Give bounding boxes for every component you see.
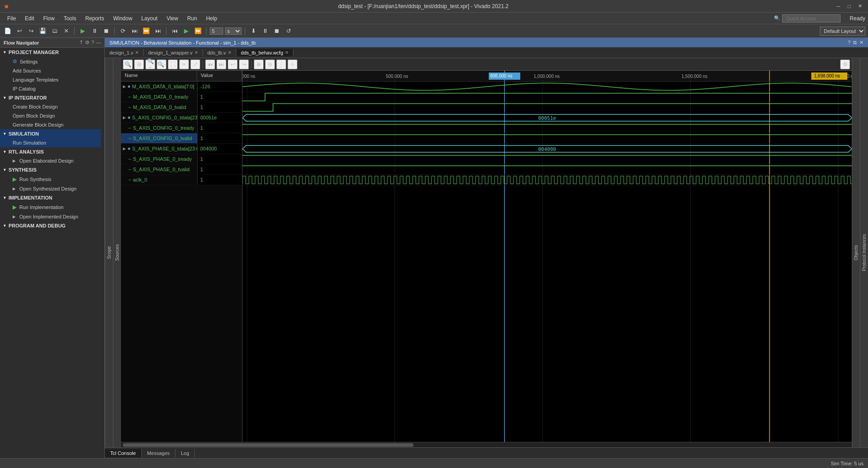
tab-messages[interactable]: Messages [142,449,175,457]
menu-tools[interactable]: Tools [59,14,81,23]
wave-search-btn[interactable]: 🔍 [123,59,133,69]
pause2-btn[interactable]: ⏸ [260,26,270,36]
signal-row[interactable]: ─ M_AXIS_DATA_0_tvalid 1 [121,102,242,113]
save-all-btn[interactable]: 🗂 [49,26,59,36]
nav-open-synthesized-design[interactable]: ▶ Open Synthesized Design [0,184,101,193]
download-btn[interactable]: ⬇ [248,26,258,36]
nav-run-synthesis[interactable]: ▶ Run Synthesis [0,174,101,184]
close3-icon[interactable]: ✕ [859,40,864,45]
wave-cursor-btn[interactable]: ⊹ [288,59,297,69]
signal-row[interactable]: ▶ ■ M_AXIS_DATA_0_tdata[7:0] -126 [121,82,242,92]
section-program-debug[interactable]: ▼ PROGRAM AND DEBUG [0,221,101,230]
tab-close-icon[interactable]: ✕ [135,50,139,55]
reset-btn[interactable]: ↺ [283,26,293,36]
signal-row[interactable]: ─ S_AXIS_PHASE_0_tvalid 1 [121,164,242,175]
run-all-btn[interactable]: ⏩ [141,26,151,36]
quick-access-input[interactable] [782,14,841,23]
nav-create-block-design[interactable]: Create Block Design [0,102,101,111]
layout-select[interactable]: Default Layout [820,27,865,36]
minimize-button[interactable]: ─ [835,3,842,10]
nav-open-elaborated-design[interactable]: ▶ Open Elaborated Design [0,156,101,165]
section-rtl-analysis[interactable]: ▼ RTL ANALYSIS [0,147,101,156]
nav-settings[interactable]: ⚙ Settings [0,57,101,66]
stop2-btn[interactable]: ⏹ [272,26,282,36]
wave-next-btn[interactable]: ↪ [239,59,249,69]
signal-row[interactable]: ─ S_AXIS_PHASE_0_tready 1 [121,154,242,164]
tab-design1wrv[interactable]: design_1_wrapper.v ✕ [144,49,202,56]
nav-open-block-design[interactable]: Open Block Design [0,111,101,120]
menu-reports[interactable]: Reports [81,14,108,23]
wave-expand-btn[interactable]: ⤢ [190,59,200,69]
run-t-btn[interactable]: ⏭ [153,26,163,36]
float-icon[interactable]: ⧉ [853,40,857,45]
menu-view[interactable]: View [162,14,183,23]
wave-add-marker-btn[interactable]: ⊕ [254,59,264,69]
step-btn[interactable]: ⏭ [130,26,139,36]
wave-zoomfit-btn[interactable]: ⛶ [168,59,178,69]
expand-btn[interactable]: ▶ [123,115,126,120]
tab-log[interactable]: Log [175,449,195,457]
signal-row[interactable]: ─ S_AXIS_CONFIG_0_tvalid 1 [121,133,242,144]
menu-file[interactable]: File [3,14,20,23]
menu-layout[interactable]: Layout [137,14,162,23]
expand-btn[interactable]: ▶ [123,84,126,89]
save-btn[interactable]: 💾 [38,26,48,36]
stop-btn[interactable]: ⏹ [101,26,111,36]
wave-cut-btn[interactable]: ✂ [179,59,189,69]
menu-help[interactable]: Help [202,14,222,23]
menu-edit[interactable]: Edit [20,14,39,23]
section-simulation[interactable]: ▼ SIMULATION [0,129,101,138]
nav-generate-block-design[interactable]: Generate Block Design [0,120,101,129]
close2-icon[interactable]: — [96,40,101,45]
pin-icon[interactable]: ⤒ [79,40,83,45]
tab-ddstbv[interactable]: dds_tb.v ✕ [203,49,237,56]
wave-first-btn[interactable]: ⏮ [205,59,215,69]
sim-unit-select[interactable]: s ms us ns [225,27,242,35]
restart-btn[interactable]: ⟳ [118,26,128,36]
menu-window[interactable]: Window [108,14,137,23]
signal-row[interactable]: ▶ ■ S_AXIS_CONFIG_0_tdata[23:0] 00051e [121,113,242,123]
wave-last-btn[interactable]: ⏭ [216,59,226,69]
close-button[interactable]: ✕ [856,3,864,10]
restore-button[interactable]: □ [846,3,853,10]
nav-open-implemented-design[interactable]: ▶ Open Implemented Design [0,212,101,221]
signal-row[interactable]: ─ S_AXIS_CONFIG_0_tready 1 [121,123,242,133]
tab-close-icon[interactable]: ✕ [194,50,198,55]
menu-flow[interactable]: Flow [39,14,59,23]
start-btn[interactable]: ⏮ [170,26,180,36]
wave-zoomin-btn[interactable]: 🔍+ [145,59,155,69]
tab-close-icon[interactable]: ✕ [285,50,288,55]
signal-row[interactable]: ─ M_AXIS_DATA_0_tready 1 [121,92,242,102]
section-project-manager[interactable]: ▼ PROJECT MANAGER [0,48,101,57]
section-ip-integrator[interactable]: ▼ IP INTEGRATOR [0,93,101,102]
menu-run[interactable]: Run [183,14,202,23]
tab-design1v[interactable]: design_1.v ✕ [105,49,144,56]
help-icon[interactable]: ? [91,40,94,45]
horizontal-scrollbar[interactable] [121,442,852,447]
play-btn[interactable]: ▶ [181,26,191,36]
nav-ip-catalog[interactable]: IP Catalog [0,84,101,93]
section-synthesis[interactable]: ▼ SYNTHESIS [0,165,101,174]
wave-prev-btn[interactable]: ↩ [228,59,238,69]
forward-btn[interactable]: ⏩ [193,26,203,36]
close-btn[interactable]: ✕ [61,26,71,36]
waveform-canvas[interactable] [243,71,852,442]
nav-language-templates[interactable]: Language Templates [0,75,101,84]
sim-time-input[interactable] [210,27,223,35]
tab-close-icon[interactable]: ✕ [228,50,231,55]
redo-btn[interactable]: ↪ [26,26,36,36]
undo-btn[interactable]: ↩ [14,26,24,36]
wave-del-marker-btn[interactable]: ⊖ [265,59,275,69]
section-implementation[interactable]: ▼ IMPLEMENTATION [0,193,101,202]
run-btn[interactable]: ▶ [78,26,88,36]
signal-row[interactable]: ▶ ■ S_AXIS_PHASE_0_tdata[23:0] 004000 [121,144,242,154]
expand-btn[interactable]: ▶ [123,146,126,151]
tab-tcl-console[interactable]: Tcl Console [105,449,142,457]
pause-btn[interactable]: ⏸ [90,26,99,36]
wave-settings-btn[interactable]: ⚙ [840,59,850,69]
wave-add-btn[interactable]: ⊞ [134,59,144,69]
nav-run-implementation[interactable]: ▶ Run Implementation [0,202,101,212]
nav-add-sources[interactable]: Add Sources [0,66,101,75]
tab-ddstbbehav[interactable]: dds_tb_behav.wcfg ✕ [236,49,293,56]
wave-marker-menu-btn[interactable]: ⋮ [276,59,286,69]
